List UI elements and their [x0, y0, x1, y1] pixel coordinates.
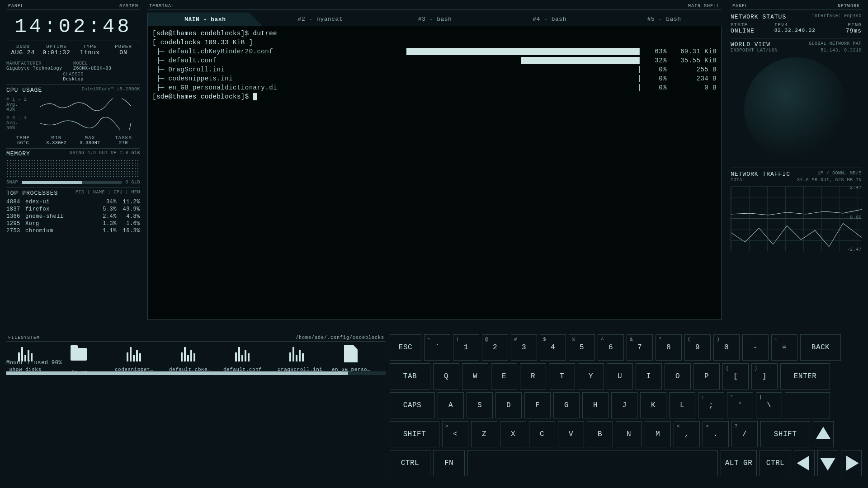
filesystem-label: FILESYSTEM	[8, 335, 40, 340]
config-icon	[233, 345, 251, 361]
key[interactable]: I	[636, 363, 662, 389]
config-icon	[179, 345, 197, 361]
terminal-tab[interactable]: MAIN - bash	[147, 13, 263, 26]
key[interactable]: X	[500, 421, 526, 447]
key[interactable]: %5	[569, 334, 595, 361]
key[interactable]: >.	[703, 421, 729, 447]
key[interactable]: R	[520, 363, 546, 389]
dutree-row: ├─ en_GB_personaldictionary.di0%0 B	[152, 83, 717, 92]
cpu-usage-title: CPU USAGE	[6, 87, 42, 94]
key[interactable]: SHIFT	[390, 421, 439, 447]
key[interactable]: )0	[713, 334, 740, 361]
terminal-body[interactable]: [sde@thames codeblocks]$ dutree [ codebl…	[147, 26, 722, 320]
filesystem-path: /home/sde/.config/codeblocks	[296, 335, 384, 340]
cursor	[253, 93, 257, 100]
key[interactable]: ><	[442, 421, 468, 447]
key[interactable]: CTRL	[390, 450, 430, 476]
key[interactable]: CTRL	[760, 450, 791, 476]
key[interactable]: {[	[722, 363, 749, 389]
key[interactable]: }]	[751, 363, 778, 389]
folder-icon	[71, 348, 87, 361]
key[interactable]: Z	[471, 421, 497, 447]
key[interactable]: K	[640, 392, 666, 418]
traffic-chart-up	[731, 186, 862, 219]
key[interactable]: ~`	[424, 334, 450, 361]
memory-title: MEMORY	[6, 150, 30, 157]
key[interactable]: P	[693, 363, 720, 389]
cpu-spark-1	[31, 99, 140, 111]
key[interactable]: F	[524, 392, 551, 418]
disk-usage-bar	[6, 371, 386, 375]
key[interactable]: SHIFT	[760, 421, 810, 447]
key[interactable]: *8	[656, 334, 682, 361]
terminal-tab[interactable]: #4 - bash	[492, 13, 607, 26]
key[interactable]: +=	[771, 334, 797, 361]
key[interactable]: BACK	[800, 334, 841, 361]
key[interactable]: W	[462, 363, 488, 389]
key[interactable]	[794, 450, 815, 476]
key[interactable]: T	[549, 363, 575, 389]
key[interactable]: &7	[627, 334, 653, 361]
key[interactable]: FN	[433, 450, 465, 476]
mount-usage: Mount / used 90%	[6, 360, 386, 366]
key[interactable]: A	[438, 392, 464, 418]
key[interactable]: <,	[674, 421, 700, 447]
key[interactable]: M	[645, 421, 671, 447]
arrow-down-icon	[818, 453, 838, 473]
key[interactable]: S	[467, 392, 493, 418]
key[interactable]	[841, 450, 862, 476]
key[interactable]: D	[495, 392, 522, 418]
key[interactable]: H	[582, 392, 609, 418]
key[interactable]: L	[669, 392, 695, 418]
key[interactable]	[813, 421, 834, 447]
globe-icon	[744, 57, 848, 161]
terminal-label: TERMINAL	[149, 4, 175, 9]
dutree-row: ├─ default.conf32%35.55 KiB	[152, 56, 717, 65]
process-row: 1366gnome-shell2.4%4.8%	[6, 213, 140, 220]
key[interactable]: _-	[742, 334, 769, 361]
key[interactable]: (9	[684, 334, 711, 361]
key[interactable]	[785, 392, 830, 418]
terminal-tab[interactable]: #2 - nyancat	[263, 13, 378, 26]
panel-label: PANEL	[8, 4, 24, 9]
key[interactable]: V	[558, 421, 584, 447]
key[interactable]: ALT GR	[721, 450, 757, 476]
key[interactable]: TAB	[390, 363, 430, 389]
arrow-up-icon	[813, 424, 833, 444]
key[interactable]: J	[611, 392, 637, 418]
config-icon	[288, 345, 306, 361]
key[interactable]: ESC	[390, 334, 421, 361]
key[interactable]: G	[553, 392, 580, 418]
key[interactable]: C	[529, 421, 555, 447]
key[interactable]	[817, 450, 838, 476]
key[interactable]: U	[607, 363, 633, 389]
key[interactable]: ^6	[598, 334, 624, 361]
terminal-tab[interactable]: #3 - bash	[377, 13, 492, 26]
key[interactable]: @2	[482, 334, 508, 361]
dutree-row: ├─ default.cbKeyBinder20.conf63%69.31 Ki…	[152, 47, 717, 56]
panel-system-label: SYSTEM	[119, 4, 138, 9]
key[interactable]: !1	[453, 334, 479, 361]
key[interactable]: #3	[511, 334, 537, 361]
network-status-title: NETWORK STATUS	[731, 14, 786, 20]
key[interactable]: Q	[433, 363, 459, 389]
terminal-tab[interactable]: #5 - bash	[607, 13, 722, 26]
key[interactable]: E	[491, 363, 517, 389]
memory-grid	[6, 159, 140, 177]
key[interactable]: N	[616, 421, 642, 447]
clock: 14:02:48	[6, 10, 140, 41]
arrow-left-icon	[794, 453, 814, 473]
key[interactable]: CAPS	[390, 392, 435, 418]
key[interactable]: ENTER	[780, 363, 830, 389]
key[interactable]: B	[587, 421, 613, 447]
key[interactable]: |\	[756, 392, 782, 418]
key[interactable]: :;	[698, 392, 724, 418]
config-icon	[16, 345, 34, 361]
key[interactable]: $4	[540, 334, 566, 361]
key[interactable]: ?/	[731, 421, 758, 447]
key[interactable]: "'	[727, 392, 753, 418]
key[interactable]: Y	[578, 363, 604, 389]
key[interactable]: O	[665, 363, 691, 389]
spacebar-key[interactable]	[467, 450, 718, 476]
network-traffic-title: NETWORK TRAFFIC	[731, 171, 790, 178]
